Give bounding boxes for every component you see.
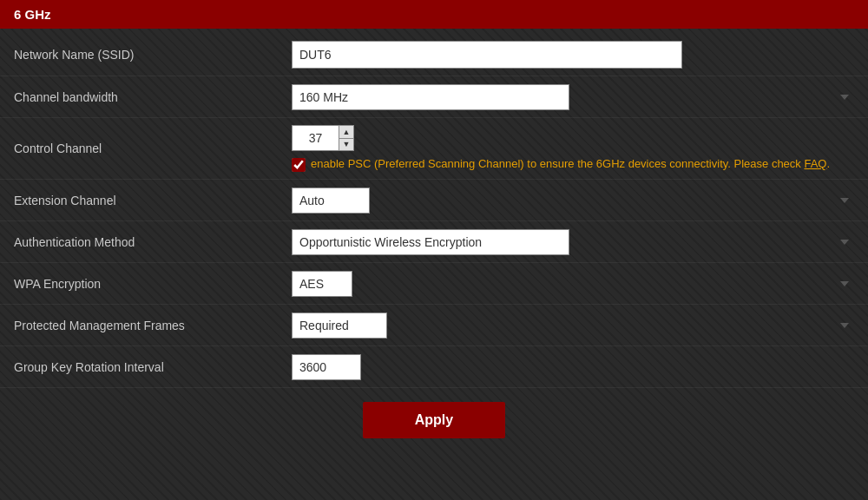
control-channel-control: ▲ ▼ enable PSC (Preferred Scanning Chann… <box>292 125 854 172</box>
ssid-control <box>292 41 854 69</box>
channel-stepper-wrap: ▲ ▼ <box>292 125 854 151</box>
ssid-label: Network Name (SSID) <box>14 48 292 62</box>
channel-bandwidth-control: 20 MHz 40 MHz 80 MHz 160 MHz <box>292 84 854 110</box>
channel-row-inner: ▲ ▼ enable PSC (Preferred Scanning Chann… <box>292 125 854 172</box>
wpa-encryption-row: WPA Encryption AES TKIP TKIP+AES <box>0 263 868 305</box>
apply-row: Apply <box>0 388 868 452</box>
control-channel-row: Control Channel ▲ ▼ enable PSC (Preferre… <box>0 118 868 180</box>
channel-decrement-button[interactable]: ▼ <box>339 138 354 151</box>
extension-channel-select-wrap: Auto Above Below <box>292 188 854 214</box>
channel-bandwidth-label: Channel bandwidth <box>14 90 292 104</box>
form-container: Network Name (SSID) Channel bandwidth 20… <box>0 29 868 457</box>
apply-button[interactable]: Apply <box>363 402 505 438</box>
auth-method-row: Authentication Method Open System WPA2-P… <box>0 221 868 263</box>
channel-increment-button[interactable]: ▲ <box>339 125 354 138</box>
extension-channel-row: Extension Channel Auto Above Below <box>0 180 868 221</box>
psc-row: enable PSC (Preferred Scanning Channel) … <box>292 156 854 172</box>
extension-channel-select[interactable]: Auto Above Below <box>292 188 370 214</box>
control-channel-label: Control Channel <box>14 141 292 155</box>
channel-bandwidth-select[interactable]: 20 MHz 40 MHz 80 MHz 160 MHz <box>292 84 569 110</box>
auth-method-select[interactable]: Open System WPA2-Personal WPA3-Personal … <box>292 229 569 255</box>
pmf-control: Disabled Optional Required <box>292 312 854 339</box>
pmf-row: Protected Management Frames Disabled Opt… <box>0 305 868 346</box>
ssid-row: Network Name (SSID) <box>0 34 868 76</box>
section-header: 6 GHz <box>0 0 868 29</box>
pmf-label: Protected Management Frames <box>14 319 292 332</box>
psc-text: enable PSC (Preferred Scanning Channel) … <box>311 156 830 172</box>
extension-channel-label: Extension Channel <box>14 194 292 207</box>
channel-bandwidth-select-wrap: 20 MHz 40 MHz 80 MHz 160 MHz <box>292 84 854 110</box>
channel-stepper-buttons: ▲ ▼ <box>339 125 354 151</box>
group-key-row: Group Key Rotation Interval <box>0 346 868 388</box>
channel-bandwidth-row: Channel bandwidth 20 MHz 40 MHz 80 MHz 1… <box>0 76 868 118</box>
auth-method-label: Authentication Method <box>14 235 292 249</box>
group-key-label: Group Key Rotation Interval <box>14 360 292 374</box>
group-key-input[interactable] <box>292 354 361 380</box>
extension-channel-control: Auto Above Below <box>292 188 854 214</box>
pmf-select[interactable]: Disabled Optional Required <box>292 312 387 339</box>
wpa-encryption-select[interactable]: AES TKIP TKIP+AES <box>292 271 352 297</box>
wpa-encryption-select-wrap: AES TKIP TKIP+AES <box>292 271 854 297</box>
group-key-control <box>292 354 854 380</box>
auth-method-select-wrap: Open System WPA2-Personal WPA3-Personal … <box>292 229 854 255</box>
wpa-encryption-label: WPA Encryption <box>14 277 292 291</box>
pmf-select-wrap: Disabled Optional Required <box>292 312 854 339</box>
psc-checkbox[interactable] <box>292 158 306 172</box>
control-channel-input[interactable] <box>292 125 339 151</box>
ssid-input[interactable] <box>292 41 682 69</box>
wpa-encryption-control: AES TKIP TKIP+AES <box>292 271 854 297</box>
auth-method-control: Open System WPA2-Personal WPA3-Personal … <box>292 229 854 255</box>
faq-link[interactable]: FAQ <box>804 157 826 170</box>
